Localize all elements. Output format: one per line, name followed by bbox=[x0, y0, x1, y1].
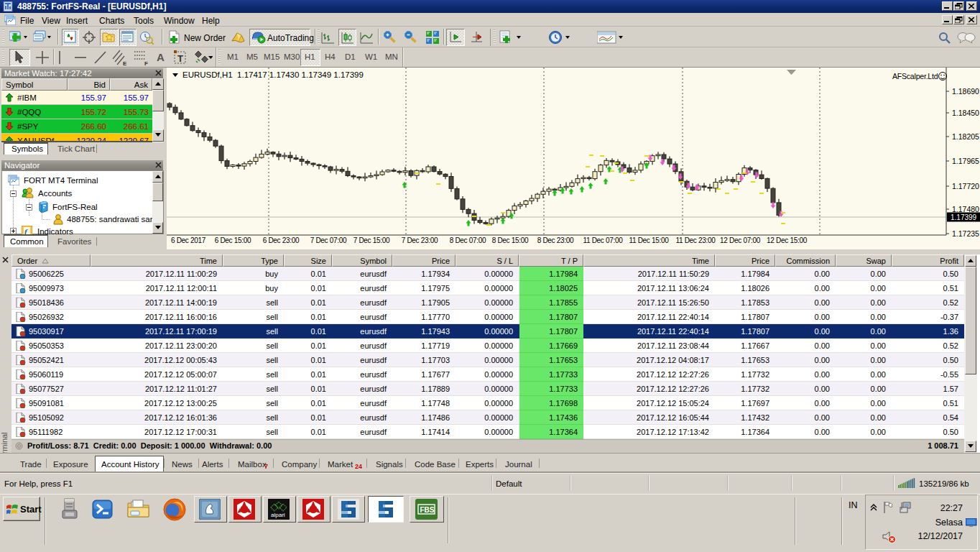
svg-text:FBS: FBS bbox=[420, 506, 435, 514]
svg-text:11 Dec 07:00: 11 Dec 07:00 bbox=[583, 236, 623, 244]
svg-text:8 Dec 07:00: 8 Dec 07:00 bbox=[450, 236, 486, 244]
svg-text:7 Dec 07:00: 7 Dec 07:00 bbox=[310, 236, 347, 244]
svg-text:1.18205: 1.18205 bbox=[952, 132, 979, 141]
svg-text:F: F bbox=[144, 60, 148, 66]
svg-text:1.17720: 1.17720 bbox=[952, 182, 979, 190]
svg-text:8 Dec 23:00: 8 Dec 23:00 bbox=[537, 236, 574, 244]
svg-text:6 Dec 2017: 6 Dec 2017 bbox=[171, 236, 206, 244]
svg-text:1.18450: 1.18450 bbox=[952, 109, 979, 117]
svg-text:EURUSDf,H1 1.17417 1.17430 1.: EURUSDf,H1 1.17417 1.17430 1.17349 1.173… bbox=[182, 70, 364, 79]
svg-text:11 Dec 15:00: 11 Dec 15:00 bbox=[629, 236, 669, 244]
svg-text:1.17399: 1.17399 bbox=[951, 213, 977, 221]
svg-text:7 Dec 15:00: 7 Dec 15:00 bbox=[353, 236, 390, 244]
svg-text:12 Dec 15:00: 12 Dec 15:00 bbox=[767, 236, 808, 244]
svg-text:AFScalper.Ltd: AFScalper.Ltd bbox=[892, 72, 938, 80]
svg-text:1.18690: 1.18690 bbox=[952, 87, 979, 96]
svg-text:7 Dec 23:00: 7 Dec 23:00 bbox=[402, 236, 438, 244]
svg-text:1.17965: 1.17965 bbox=[952, 157, 979, 165]
svg-text:1.17480: 1.17480 bbox=[952, 205, 979, 213]
svg-text:6 Dec 23:00: 6 Dec 23:00 bbox=[263, 236, 300, 244]
svg-text:alpari: alpari bbox=[271, 512, 285, 518]
svg-text:T: T bbox=[177, 53, 183, 64]
svg-text:6 Dec 15:00: 6 Dec 15:00 bbox=[215, 236, 251, 244]
svg-text:11 Dec 23:00: 11 Dec 23:00 bbox=[675, 236, 716, 244]
svg-text:12 Dec 07:00: 12 Dec 07:00 bbox=[720, 236, 761, 244]
svg-text:8 Dec 15:00: 8 Dec 15:00 bbox=[492, 236, 529, 244]
svg-text:1.17235: 1.17235 bbox=[952, 229, 979, 238]
svg-text:E: E bbox=[123, 60, 127, 66]
